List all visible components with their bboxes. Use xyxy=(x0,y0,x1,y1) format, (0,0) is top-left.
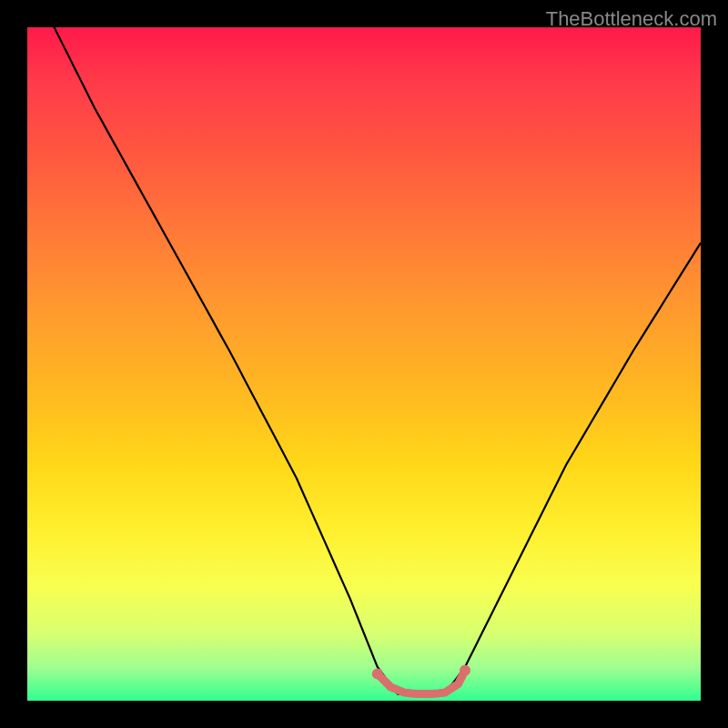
highlight-endpoint-dot xyxy=(460,665,470,676)
watermark-text: TheBottleneck.com xyxy=(546,7,717,31)
chart-plot-area xyxy=(27,27,701,701)
highlight-dots xyxy=(372,665,470,680)
highlight-endpoint-dot xyxy=(372,668,383,679)
highlight-curve-line xyxy=(378,671,465,694)
main-curve-line xyxy=(27,27,701,694)
chart-svg xyxy=(27,27,701,701)
